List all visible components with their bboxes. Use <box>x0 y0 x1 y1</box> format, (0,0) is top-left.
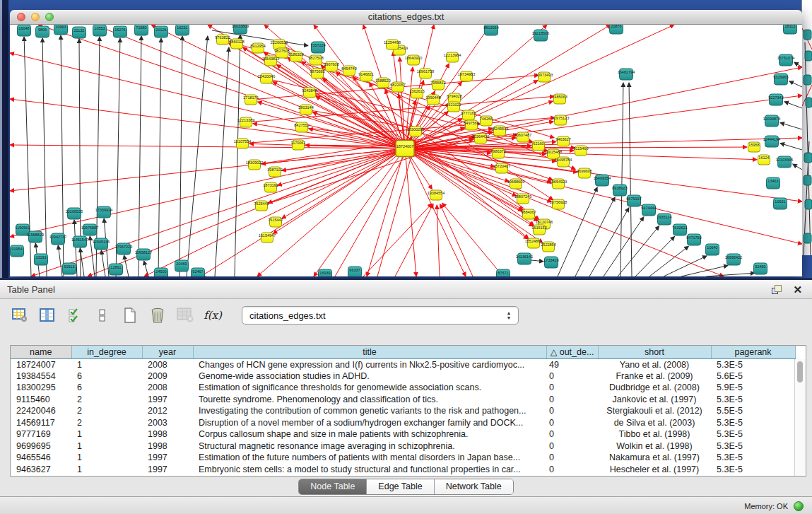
graph-node[interactable] <box>396 141 414 157</box>
graph-node-label: 9474444 <box>641 206 656 210</box>
column-header-short[interactable]: short <box>598 346 711 358</box>
graph-node-label: 22260538 <box>271 40 288 45</box>
graph-node-label: 8427552 <box>294 123 309 127</box>
graph-node-label: 15720407 <box>493 164 510 168</box>
graph-node-label: 15276 <box>114 28 125 32</box>
column-header-out_de[interactable]: △ out_de... <box>546 346 598 358</box>
graph-node-label: 9329965 <box>773 75 788 79</box>
graph-node-label: 12975123 <box>552 116 569 120</box>
status-bar: Memory: OK <box>0 496 812 514</box>
graph-node-label: 15524861 <box>525 239 542 243</box>
table-row[interactable]: 977716911998Corpus callosum shape and si… <box>11 428 795 440</box>
tab-node-table[interactable]: Node Table <box>299 479 367 494</box>
column-header-pagerank[interactable]: pagerank <box>711 346 795 358</box>
graph-node-label: 7625440 <box>254 201 269 206</box>
show-columns-icon[interactable] <box>39 307 56 324</box>
graph-node-label: 21132 <box>74 28 85 33</box>
tab-edge-table[interactable]: Edge Table <box>367 479 434 494</box>
graph-node-label: 6822057 <box>390 83 405 87</box>
graph-node-label: 15751074 <box>777 56 794 60</box>
graph-node-label: 13463 <box>767 179 778 183</box>
graph-node-label: 50513 <box>64 264 74 269</box>
select-mode-icon[interactable] <box>66 307 83 324</box>
graph-node-label: 7632621 <box>672 226 687 230</box>
graph-node-label: 8860128 <box>229 40 244 44</box>
table-settings-icon[interactable] <box>11 307 28 324</box>
graph-node-label: 12093873 <box>763 117 780 121</box>
graph-node-label: 18309022 <box>246 160 263 165</box>
graph-node-label: 7615447 <box>268 218 283 222</box>
tab-network-table[interactable]: Network Table <box>435 479 513 494</box>
graph-node-label: 7485063 <box>552 95 567 99</box>
row-height-icon[interactable] <box>94 307 111 324</box>
float-panel-icon[interactable] <box>772 285 782 294</box>
graph-node-label: 2967608 <box>324 62 339 66</box>
graph-node-label: 10607487 <box>514 133 531 137</box>
graph-node-label: 1170061 <box>290 141 305 145</box>
network-canvas[interactable]: 1604898062096321132105531527671580201261… <box>10 25 802 276</box>
table-row[interactable]: 1830029562008Estimation of significance … <box>11 382 795 394</box>
delete-table-icon[interactable] <box>149 307 166 324</box>
graph-node-label: 16033809 <box>232 25 249 28</box>
graph-node-label: 10973493 <box>536 73 553 77</box>
table-panel-header: Table Panel ✕ <box>0 280 812 299</box>
close-panel-icon[interactable]: ✕ <box>793 285 802 294</box>
table-row[interactable]: 946554611997Estimation of the future num… <box>11 452 795 464</box>
column-header-year[interactable]: year <box>142 346 193 358</box>
graph-node-label: 8938923 <box>612 186 627 190</box>
table-row[interactable]: 969969511998Structural magnetic resonanc… <box>11 440 795 452</box>
table-tabs-bar: Node TableEdge TableNetwork Table <box>0 477 812 496</box>
window-title: citations_edges.txt <box>10 11 802 22</box>
column-header-name[interactable]: name <box>11 346 71 358</box>
graph-node-label: 18113 <box>785 25 796 28</box>
table-row[interactable]: 2242004622012Investigating the contribut… <box>11 405 795 417</box>
table-row[interactable]: 1938455462009Genome-wide association stu… <box>11 370 795 382</box>
column-header-in_degree[interactable]: in_degree <box>71 346 142 358</box>
graph-node-label: 7986372 <box>490 149 505 153</box>
graph-node-label: 23420046 <box>258 74 275 78</box>
table-selector-value: citations_edges.txt <box>242 310 502 321</box>
graph-node-label: 20364436 <box>472 134 489 139</box>
table-row[interactable]: 1456911722003Disruption of a novel membe… <box>11 417 795 429</box>
graph-node-label: 7955812 <box>430 81 445 85</box>
memory-status-label: Memory: OK <box>744 502 788 510</box>
table-selector-dropdown[interactable]: citations_edges.txt ▲▼ <box>242 306 519 325</box>
scrollbar-thumb[interactable] <box>797 361 803 382</box>
graph-node-label: 9146821 <box>358 72 373 76</box>
graph-node-label: 20876 <box>611 25 621 28</box>
graph-node-label: 8454749 <box>341 66 356 71</box>
graph-node-label: 6794028 <box>447 94 461 98</box>
graph-node-label: 20126 <box>155 28 166 32</box>
graph-node-label: 9827508 <box>308 56 323 60</box>
function-builder-icon[interactable]: f(x) <box>204 307 221 324</box>
table-row[interactable]: 946362711997Embryonic stem cells: a mode… <box>11 464 795 476</box>
sliver-graph <box>802 0 812 255</box>
graph-node-label: 18245534 <box>491 127 508 131</box>
graph-node-label: 19384554 <box>428 191 445 195</box>
table-row[interactable]: 1872400712008Changes of HCN gene express… <box>11 358 795 370</box>
graph-node-label: 11451547 <box>71 238 88 242</box>
graph-node-label: 19734983 <box>458 72 475 76</box>
table-toolbar: f(x) citations_edges.txt ▲▼ <box>0 299 812 332</box>
graph-node-label: 9699695 <box>577 169 592 173</box>
table-type-segmented-control: Node TableEdge TableNetwork Table <box>298 479 513 495</box>
graph-node-label: 16409354 <box>594 176 611 180</box>
delete-column-icon[interactable] <box>177 307 194 324</box>
table-scrollbar[interactable] <box>794 359 806 476</box>
graph-node-label: 746266 <box>480 117 493 121</box>
graph-node-label: 1588520 <box>375 78 390 83</box>
graph-node-label: 6679197 <box>626 197 641 201</box>
window-titlebar[interactable]: citations_edges.txt <box>10 10 802 25</box>
graph-node-label: 11568829 <box>27 233 44 237</box>
table-row[interactable]: 911546021997Tourette syndrome. Phenomeno… <box>11 394 795 406</box>
graph-node-label: 16995422 <box>725 255 742 259</box>
graph-node-label: 12905135 <box>93 240 110 244</box>
graph-node-label: 10958127 <box>135 250 152 255</box>
graph-node-label: 10553 <box>94 26 105 30</box>
column-header-title[interactable]: title <box>193 346 546 358</box>
graph-node-label: 14136141 <box>516 255 533 259</box>
graph-node-label: 1362615 <box>409 89 424 93</box>
new-document-icon[interactable] <box>122 307 139 324</box>
graph-node-label: 18807249 <box>514 194 531 199</box>
graph-node-label: 1990448 <box>425 95 440 100</box>
